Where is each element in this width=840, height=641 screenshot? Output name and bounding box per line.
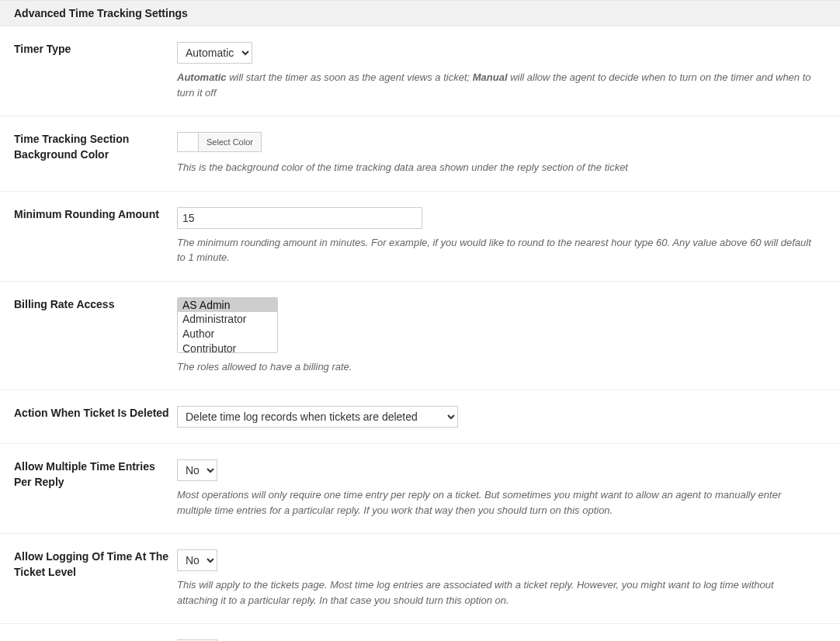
row-multi-entries: Allow Multiple Time Entries Per Reply No…	[0, 444, 840, 534]
label-min-round: Minimum Rounding Amount	[0, 191, 177, 281]
row-log-ticket-level: Allow Logging Of Time At The Ticket Leve…	[0, 534, 840, 624]
action-deleted-select[interactable]: Delete time log records when tickets are…	[177, 406, 458, 428]
row-timer-type: Timer Type Automatic Automatic will star…	[0, 26, 840, 116]
desc-bg-color: This is the background color of the time…	[177, 160, 832, 175]
label-timer-type: Timer Type	[0, 26, 177, 116]
billing-option-administrator[interactable]: Administrator	[178, 312, 277, 327]
billing-access-select[interactable]: AS Admin Administrator Author Contributo…	[177, 297, 278, 353]
label-log-ticket-level: Allow Logging Of Time At The Ticket Leve…	[0, 534, 177, 624]
label-multi-entries: Allow Multiple Time Entries Per Reply	[0, 444, 177, 534]
row-bg-color: Time Tracking Section Background Color S…	[0, 116, 840, 192]
row-action-deleted: Action When Ticket Is Deleted Delete tim…	[0, 390, 840, 444]
row-default-log-ticket: Default Value for The Allow Logging Of T…	[0, 624, 840, 642]
desc-multi-entries: Most operations will only require one ti…	[177, 487, 832, 518]
label-action-deleted: Action When Ticket Is Deleted	[0, 390, 177, 444]
settings-table: Timer Type Automatic Automatic will star…	[0, 26, 840, 641]
billing-option-contributor[interactable]: Contributor	[178, 341, 277, 353]
multi-entries-select[interactable]: No	[177, 459, 217, 481]
billing-option-as-admin[interactable]: AS Admin	[178, 298, 277, 313]
min-round-input[interactable]	[177, 207, 422, 229]
label-billing-access: Billing Rate Access	[0, 281, 177, 390]
desc-billing-access: The roles allowed to have a billing rate…	[177, 359, 832, 375]
color-picker-button[interactable]: Select Color	[177, 132, 262, 152]
billing-option-author[interactable]: Author	[178, 327, 277, 341]
timer-type-select[interactable]: Automatic	[177, 42, 252, 64]
label-default-log-ticket: Default Value for The Allow Logging Of T…	[0, 624, 177, 642]
row-min-round: Minimum Rounding Amount The minimum roun…	[0, 191, 840, 281]
desc-min-round: The minimum rounding amount in minutes. …	[177, 235, 832, 265]
desc-timer-type: Automatic will start the timer as soon a…	[177, 70, 832, 100]
desc-log-ticket-level: This will apply to the tickets page. Mos…	[177, 577, 832, 608]
row-billing-access: Billing Rate Access AS Admin Administrat…	[0, 281, 840, 390]
color-picker-label: Select Color	[199, 133, 261, 151]
label-bg-color: Time Tracking Section Background Color	[0, 116, 177, 192]
log-ticket-level-select[interactable]: No	[177, 549, 217, 571]
color-swatch	[178, 133, 199, 151]
section-header: Advanced Time Tracking Settings	[0, 0, 840, 26]
